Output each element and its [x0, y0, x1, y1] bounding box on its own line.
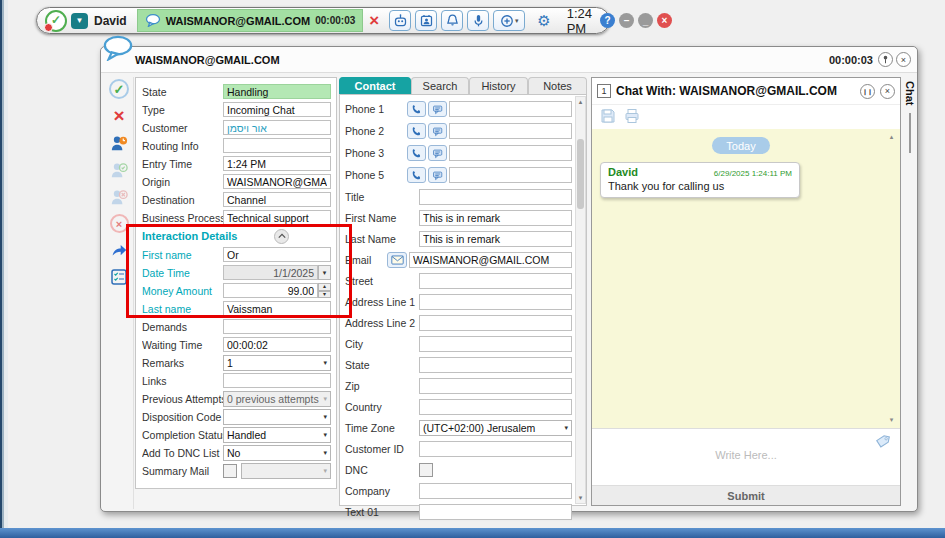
state-field-input[interactable]: [419, 357, 572, 373]
tab-search[interactable]: Search: [411, 77, 469, 94]
status-dropdown-icon[interactable]: ▼: [71, 13, 88, 29]
first-name-input[interactable]: [223, 247, 331, 262]
chat-side-tab[interactable]: Chat: [904, 77, 916, 109]
sms-icon[interactable]: [428, 123, 447, 139]
demands-input[interactable]: [223, 319, 331, 334]
time-zone-select[interactable]: (UTC+02:00) Jerusalem▾: [419, 420, 572, 436]
state-input[interactable]: [223, 84, 331, 99]
submit-button[interactable]: Submit: [592, 485, 900, 505]
date-picker-caret[interactable]: ▾: [318, 265, 331, 280]
chat-message-input[interactable]: [592, 429, 900, 485]
microphone-icon[interactable]: [467, 10, 489, 31]
bot-icon[interactable]: [389, 10, 411, 31]
call-phone-icon[interactable]: [407, 167, 426, 183]
notifications-bell-icon[interactable]: [441, 10, 463, 31]
title-input[interactable]: [419, 189, 572, 205]
contact-form-scrollbar[interactable]: ▴ ▾: [575, 96, 586, 504]
money-amount-input[interactable]: [223, 283, 318, 298]
add-to-dnc-select[interactable]: No▾: [223, 445, 331, 461]
close-chat-icon[interactable]: ×: [880, 84, 895, 99]
canned-response-tag-icon[interactable]: [874, 433, 892, 453]
destination-input[interactable]: [223, 192, 331, 207]
remarks-select[interactable]: 1▾: [223, 355, 331, 371]
city-input[interactable]: [419, 336, 572, 352]
routing-info-input[interactable]: [223, 138, 331, 153]
country-input[interactable]: [419, 399, 572, 415]
contact-first-name-input[interactable]: [419, 210, 572, 226]
phone5-input[interactable]: [449, 167, 572, 183]
tab-contact[interactable]: Contact: [339, 77, 411, 94]
zip-input[interactable]: [419, 378, 572, 394]
interaction-summary-button[interactable]: [108, 267, 130, 287]
customer-input[interactable]: [223, 120, 331, 135]
completion-status-select[interactable]: Handled▾: [223, 427, 331, 443]
entry-time-input[interactable]: [223, 156, 331, 171]
pause-chat-icon[interactable]: ❙❙: [860, 84, 875, 99]
type-input[interactable]: [223, 102, 331, 117]
scrollbar-thumb[interactable]: [577, 139, 584, 209]
tab-history[interactable]: History: [469, 77, 528, 94]
complete-check-button[interactable]: ✓: [109, 79, 129, 99]
print-transcript-icon[interactable]: [622, 108, 642, 126]
street-input[interactable]: [419, 273, 572, 289]
scroll-up-icon[interactable]: ▴: [890, 133, 894, 141]
cancel-circle-button[interactable]: ×: [110, 214, 129, 233]
contact-accept-button[interactable]: [108, 160, 130, 180]
call-phone-icon[interactable]: [407, 123, 426, 139]
address1-label: Address Line 1: [345, 296, 419, 308]
disposition-code-select[interactable]: ▾: [223, 409, 331, 425]
dnc-checkbox[interactable]: [419, 463, 433, 477]
waiting-time-input[interactable]: [223, 337, 331, 352]
sms-icon[interactable]: [428, 167, 447, 183]
agent-status-icon[interactable]: ✓: [45, 10, 67, 32]
email-input[interactable]: [409, 252, 572, 268]
sms-icon[interactable]: [428, 101, 447, 117]
tab-notes[interactable]: Notes: [528, 77, 587, 94]
settings-gear-icon[interactable]: ⚙: [531, 12, 556, 29]
call-phone-icon[interactable]: [407, 145, 426, 161]
text01-input[interactable]: [419, 504, 572, 520]
company-input[interactable]: [419, 483, 572, 499]
address2-input[interactable]: [419, 315, 572, 331]
send-email-icon[interactable]: [387, 252, 407, 268]
last-name-input[interactable]: [223, 301, 331, 316]
hide-button[interactable]: –: [619, 13, 634, 28]
minimize-button[interactable]: _: [638, 13, 653, 28]
call-phone-icon[interactable]: [407, 101, 426, 117]
summary-mail-select[interactable]: ▾: [241, 463, 331, 479]
save-transcript-icon[interactable]: [598, 108, 618, 126]
scroll-up-icon[interactable]: ▴: [579, 97, 583, 107]
help-button[interactable]: ?: [600, 13, 615, 28]
scroll-down-icon[interactable]: ▾: [579, 493, 583, 503]
spin-down-icon[interactable]: ▾: [318, 291, 331, 299]
phone1-input[interactable]: [449, 101, 572, 117]
links-input[interactable]: [223, 373, 331, 388]
sms-icon[interactable]: [428, 145, 447, 161]
close-toolbar-button[interactable]: ×: [657, 13, 672, 28]
previous-attempts-select[interactable]: 0 previous attempts▾: [223, 391, 331, 407]
close-window-icon[interactable]: ×: [896, 52, 911, 67]
origin-input[interactable]: [223, 174, 331, 189]
reject-x-button[interactable]: ×: [108, 106, 130, 126]
address1-input[interactable]: [419, 294, 572, 310]
scroll-down-icon[interactable]: ▾: [890, 416, 894, 424]
date-time-input[interactable]: [223, 265, 318, 280]
chat-scrollbar[interactable]: ▴ ▾: [886, 133, 897, 424]
contact-hold-button[interactable]: [108, 133, 130, 153]
spin-up-icon[interactable]: ▴: [318, 283, 331, 291]
phone3-input[interactable]: [449, 145, 572, 161]
end-session-icon[interactable]: ×: [369, 12, 379, 29]
chat-input-area: [592, 428, 900, 485]
contacts-directory-icon[interactable]: [415, 10, 437, 31]
phone2-input[interactable]: [449, 123, 572, 139]
active-session-chip[interactable]: WAISMANOR@GMAIL.COM 00:00:03: [137, 9, 364, 32]
summary-mail-checkbox[interactable]: [223, 464, 237, 478]
business-process-input[interactable]: [223, 210, 331, 225]
contact-remove-button[interactable]: [108, 187, 130, 207]
collapse-section-button[interactable]: [274, 229, 289, 244]
transfer-arrow-button[interactable]: [108, 240, 130, 260]
contact-last-name-input[interactable]: [419, 231, 572, 247]
pin-icon[interactable]: [878, 52, 893, 67]
customer-id-input[interactable]: [419, 441, 572, 457]
add-session-dropdown-icon[interactable]: ▾: [493, 10, 525, 31]
